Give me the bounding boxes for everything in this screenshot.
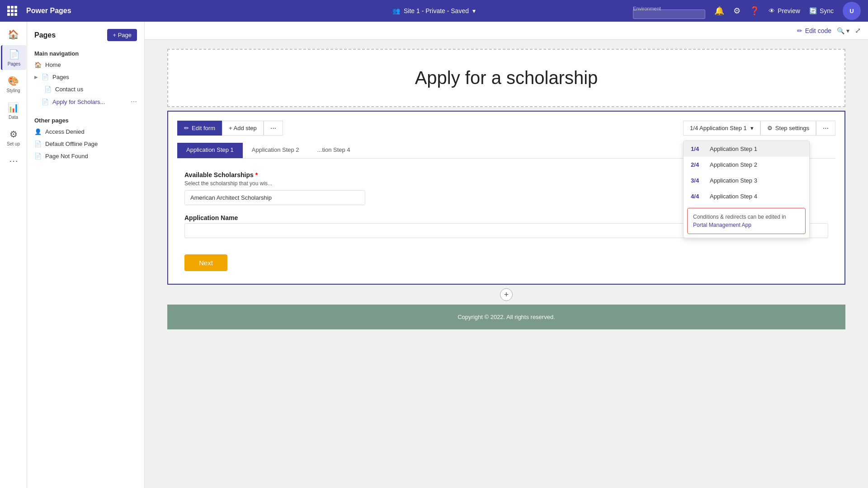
edit-form-button[interactable]: ✏ Edit form — [177, 121, 222, 136]
settings-icon[interactable]: ⚙ — [733, 6, 741, 16]
dropdown-step-3[interactable]: 3/4 Application Step 3 — [684, 173, 809, 188]
canvas-area: Apply for a scholarship ✏ Edit form + Ad… — [167, 49, 845, 329]
sidebar-item-pages[interactable]: 📄 Pages — [1, 45, 26, 70]
nav-item-not-found[interactable]: 📄 Page Not Found — [27, 150, 144, 162]
app-grid-icon[interactable] — [7, 6, 17, 16]
pages-icon: 📄 — [9, 49, 20, 60]
nav-item-not-found-label: Page Not Found — [45, 153, 88, 160]
nav-item-offline-label: Default Offline Page — [45, 141, 98, 147]
tab-step-4-label: ...tion Step 4 — [317, 146, 350, 153]
footer-text: Copyright © 2022. All rights reserved. — [458, 314, 555, 320]
nav-item-pages[interactable]: ▶ 📄 Pages — [27, 71, 144, 83]
page-title-section: Apply for a scholarship — [167, 49, 845, 107]
styling-icon: 🎨 — [8, 75, 19, 86]
nav-item-home-label: Home — [45, 61, 61, 68]
pages-chevron-icon: ▶ — [34, 75, 38, 80]
sidebar-item-data[interactable]: 📊 Data — [1, 99, 26, 123]
tab-step-4[interactable]: ...tion Step 4 — [308, 143, 359, 158]
main-navigation-title: Main navigation — [27, 47, 144, 59]
nav-item-access-denied-label: Access Denied — [45, 128, 85, 135]
sidebar-item-home[interactable]: 🏠 — [1, 25, 26, 43]
step-1-label: Application Step 1 — [710, 145, 757, 152]
add-page-button[interactable]: + Page — [107, 29, 137, 41]
main-canvas: Apply for a scholarship ✏ Edit form + Ad… — [145, 40, 868, 488]
add-step-button[interactable]: + Add step — [222, 121, 264, 136]
nav-item-apply[interactable]: 📄 Apply for Scholars... ⋯ — [27, 95, 144, 108]
nav-item-contact-label: Contact us — [55, 86, 83, 93]
step-4-label: Application Step 4 — [710, 193, 757, 200]
apply-nav-icon: 📄 — [42, 99, 49, 105]
step-dropdown-wrapper: 1/4 Application Step 1 ▾ ⚙ Step settings… — [683, 121, 835, 136]
left-sidebar: 🏠 📄 Pages 🎨 Styling 📊 Data ⚙ Set up ⋯ — [0, 22, 27, 488]
step-more-button[interactable]: ⋯ — [816, 121, 835, 136]
page-heading: Apply for a scholarship — [177, 68, 835, 88]
next-button[interactable]: Next — [184, 254, 227, 271]
sidebar-item-styling[interactable]: 🎨 Styling — [1, 72, 26, 97]
sidebar-more-icon[interactable]: ⋯ — [9, 155, 18, 166]
site-users-icon: 👥 — [392, 7, 400, 14]
pages-panel-title: Pages — [34, 31, 56, 39]
preview-label: Preview — [778, 7, 800, 14]
pages-panel-header: Pages + Page — [27, 29, 144, 47]
preview-icon: 👁 — [769, 7, 775, 14]
nav-item-apply-label: Apply for Scholars... — [52, 99, 105, 105]
sync-icon: 🔄 — [809, 7, 817, 14]
nav-item-home[interactable]: 🏠 Home — [27, 59, 144, 71]
zoom-control[interactable]: 🔍 ▾ — [837, 27, 849, 34]
edit-form-label: Edit form — [192, 125, 215, 131]
zoom-icon: 🔍 — [837, 27, 844, 34]
tab-step-2[interactable]: Application Step 2 — [243, 143, 308, 158]
form-section: ✏ Edit form + Add step ⋯ 1/4 Application… — [167, 111, 845, 285]
data-icon: 📊 — [8, 102, 19, 113]
nav-item-contact[interactable]: 📄 Contact us — [27, 83, 144, 95]
step-4-num: 4/4 — [691, 193, 704, 200]
sync-button[interactable]: 🔄 Sync — [809, 7, 834, 14]
expand-button[interactable]: ⤢ — [855, 26, 861, 35]
home-icon: 🏠 — [8, 29, 19, 40]
step-settings-button[interactable]: ⚙ Step settings — [760, 121, 816, 136]
user-avatar[interactable]: U — [843, 2, 861, 20]
edit-code-button[interactable]: ✏ Edit code — [797, 27, 831, 34]
preview-button[interactable]: 👁 Preview — [769, 7, 800, 14]
notification-icon[interactable]: 🔔 — [714, 6, 724, 16]
data-icon-label: Data — [9, 115, 18, 120]
pages-nav-icon: 📄 — [42, 74, 49, 80]
zoom-chevron: ▾ — [846, 27, 849, 34]
nav-item-offline[interactable]: 📄 Default Offline Page — [27, 138, 144, 150]
footer: Copyright © 2022. All rights reserved. — [167, 305, 845, 329]
other-pages-title: Other pages — [27, 113, 144, 126]
dropdown-step-1[interactable]: 1/4 Application Step 1 — [684, 141, 809, 157]
add-section-button[interactable]: + — [500, 288, 513, 301]
site-info-text: Site 1 - Private - Saved — [404, 7, 469, 14]
scholarships-select[interactable]: American Architect Scholarship — [184, 190, 365, 205]
environment-selector: Environment — [633, 3, 705, 19]
step-3-num: 3/4 — [691, 177, 704, 184]
site-info-bar: 👥 Site 1 - Private - Saved ▾ — [392, 7, 476, 14]
step-dropdown-label: 1/4 Application Step 1 — [690, 125, 747, 131]
secondary-actions: ✏ Edit code 🔍 ▾ ⤢ — [797, 26, 861, 35]
sidebar-item-setup[interactable]: ⚙ Set up — [1, 125, 26, 150]
tab-step-1[interactable]: Application Step 1 — [177, 143, 243, 158]
dropdown-step-2[interactable]: 2/4 Application Step 2 — [684, 157, 809, 173]
step-dropdown-menu: 1/4 Application Step 1 2/4 Application S… — [683, 141, 810, 238]
tab-step-2-label: Application Step 2 — [252, 146, 299, 153]
setup-icon: ⚙ — [9, 129, 18, 140]
edit-code-icon: ✏ — [797, 27, 802, 34]
edit-code-label: Edit code — [805, 27, 831, 34]
environment-label: Environment — [633, 6, 661, 11]
form-more-button[interactable]: ⋯ — [264, 121, 283, 136]
portal-management-link[interactable]: Portal Management App — [693, 222, 751, 228]
step-settings-label: Step settings — [775, 125, 809, 131]
site-info-chevron[interactable]: ▾ — [472, 7, 476, 14]
step-2-num: 2/4 — [691, 161, 704, 168]
nav-item-access-denied[interactable]: 👤 Access Denied — [27, 126, 144, 138]
apply-dots-icon[interactable]: ⋯ — [131, 98, 137, 105]
tab-step-1-label: Application Step 1 — [186, 146, 234, 153]
pages-icon-label: Pages — [8, 61, 20, 66]
top-navigation: Power Pages 👥 Site 1 - Private - Saved ▾… — [0, 0, 868, 22]
dropdown-step-4[interactable]: 4/4 Application Step 4 — [684, 188, 809, 204]
edit-form-icon: ✏ — [184, 125, 189, 131]
dropdown-info-box: Conditions & redirects can be edited in … — [687, 208, 806, 234]
step-dropdown-button[interactable]: 1/4 Application Step 1 ▾ — [683, 121, 760, 136]
help-icon[interactable]: ❓ — [750, 6, 760, 16]
